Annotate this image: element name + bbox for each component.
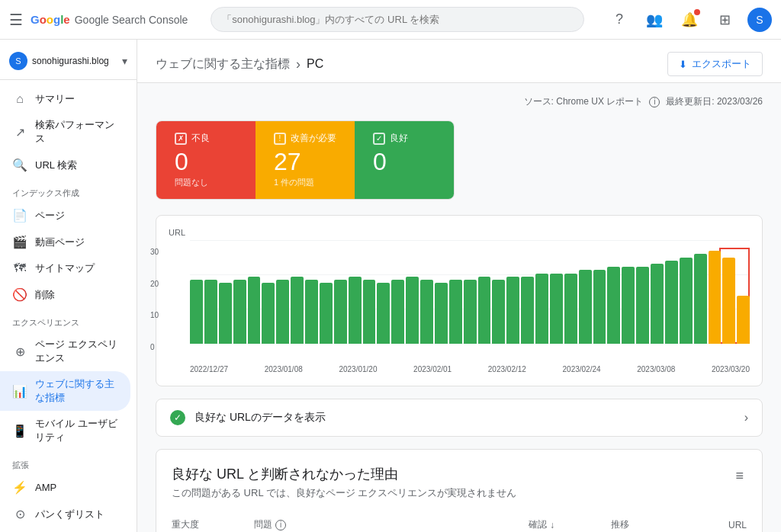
chart-bar-10[interactable] [334, 280, 347, 344]
chart-bar-11[interactable] [349, 277, 362, 344]
help-button[interactable]: ? [607, 8, 632, 32]
sidebar-item-removal[interactable]: 🚫 削除 [0, 281, 130, 308]
search-bar[interactable] [211, 7, 584, 32]
export-button[interactable]: ⬇ エクスポート [667, 52, 763, 76]
issue-info-icon[interactable]: i [275, 520, 286, 530]
chart-bar-18[interactable] [449, 280, 462, 344]
score-card-warn[interactable]: ! 改善が必要 27 1 件の問題 [256, 121, 355, 199]
sidebar-item-amp[interactable]: ⚡ AMP [0, 474, 130, 501]
chart-bar-37[interactable] [722, 258, 735, 344]
sidebar-item-breadcrumbs[interactable]: ⊙ パンくずリスト [0, 501, 130, 527]
score-card-good-header: ✓ 良好 [373, 132, 435, 145]
chart-bar-34[interactable] [680, 258, 693, 344]
sort-down-icon: ↓ [550, 520, 554, 530]
good-url-chevron-icon: › [744, 411, 748, 425]
chart-bar-23[interactable] [521, 277, 534, 344]
chart-bar-15[interactable] [406, 277, 419, 344]
sidebar-label-mobile-usability: モバイル ユーザビリティ [35, 417, 121, 444]
chart-bar-38[interactable] [737, 296, 750, 344]
chart-x-labels: 2022/12/27 2023/01/08 2023/01/20 2023/02… [190, 365, 750, 373]
sidebar-item-pages[interactable]: 📄 ページ [0, 202, 130, 229]
chart-bar-24[interactable] [535, 274, 548, 344]
source-info-icon[interactable]: i [649, 97, 660, 107]
sidebar-item-web-vitals[interactable]: 📊 ウェブに関する主な指標 [0, 371, 130, 411]
chart-bar-32[interactable] [651, 264, 664, 344]
score-cards: ✗ 不良 0 問題なし ! 改善が必要 27 1 件の問題 ✓ [156, 120, 455, 200]
chart-bar-35[interactable] [694, 254, 707, 344]
chart-bar-9[interactable] [320, 283, 333, 344]
search-input[interactable] [211, 7, 584, 32]
chart-bar-31[interactable] [636, 267, 649, 344]
chart-bar-20[interactable] [478, 277, 491, 344]
chart-bar-8[interactable] [305, 280, 318, 344]
notifications-button[interactable]: 🔔 [677, 8, 702, 32]
site-selector[interactable]: S sonohigurashi.blog ▾ [0, 46, 137, 80]
sidebar-item-summary[interactable]: ⌂ サマリー [0, 86, 130, 112]
sidebar-section-experience: エクスペリエンス [0, 308, 137, 332]
app-header: ☰ Google Google Search Console ? 👥 🔔 ⊞ S [0, 0, 781, 40]
col-header-confirm[interactable]: 確認 ↓ [529, 518, 605, 531]
chart-bar-16[interactable] [420, 280, 433, 344]
good-url-button[interactable]: ✓ 良好な URLのデータを表示 › [156, 399, 763, 437]
notification-badge [694, 9, 700, 15]
score-card-bad[interactable]: ✗ 不良 0 問題なし [156, 121, 256, 199]
chart-bar-7[interactable] [291, 277, 304, 344]
chart-bar-1[interactable] [204, 280, 217, 344]
sidebar-label-removal: 削除 [35, 288, 55, 302]
x-label-8: 2023/03/20 [712, 365, 750, 373]
sidebar-item-sitelinks-search[interactable]: ⊙ サイトリンク検索ボックス [0, 527, 130, 532]
vitals-icon: 📊 [12, 384, 27, 399]
sidebar-label-url-search: URL 検索 [35, 159, 77, 172]
sidebar-label-amp: AMP [35, 482, 56, 493]
chart-bar-36[interactable] [709, 251, 722, 344]
sidebar-item-mobile-usability[interactable]: 📱 モバイル ユーザビリティ [0, 411, 130, 450]
chart-bar-21[interactable] [492, 280, 505, 344]
chart-bar-4[interactable] [248, 277, 261, 344]
breadcrumb-parent[interactable]: ウェブに関する主な指標 [156, 56, 290, 72]
home-icon: ⌂ [12, 92, 27, 106]
sidebar-item-url-search[interactable]: 🔍 URL 検索 [0, 152, 130, 178]
breadcrumb: ウェブに関する主な指標 › PC [156, 56, 323, 72]
chart-bar-3[interactable] [233, 280, 246, 344]
score-card-good[interactable]: ✓ 良好 0 [355, 121, 454, 199]
sidebar-item-sitemap[interactable]: 🗺 サイトマップ [0, 255, 130, 281]
people-button[interactable]: 👥 [642, 8, 667, 32]
col-header-suggest: 推移 [611, 518, 702, 531]
menu-icon[interactable]: ☰ [9, 11, 23, 29]
chart-bar-26[interactable] [564, 274, 577, 344]
removal-icon: 🚫 [12, 287, 27, 302]
chart-bar-28[interactable] [593, 270, 606, 344]
chart-bar-2[interactable] [219, 283, 232, 344]
bad-card-title: 不良 [191, 132, 210, 145]
chart-bar-13[interactable] [377, 283, 390, 344]
sidebar-item-search-performance[interactable]: ↗ 検索パフォーマンス [0, 112, 130, 152]
chart-bar-5[interactable] [262, 283, 275, 344]
apps-grid-icon: ⊞ [719, 11, 731, 28]
chart-bar-22[interactable] [506, 277, 519, 344]
chart-bar-12[interactable] [363, 280, 376, 344]
avatar[interactable]: S [747, 8, 772, 32]
main-content-area: ウェブに関する主な指標 › PC ⬇ エクスポート ソース: Chrome UX… [137, 40, 781, 532]
chart-bar-25[interactable] [550, 274, 563, 344]
warn-card-subtitle: 1 件の問題 [274, 177, 336, 188]
chart-bar-19[interactable] [464, 280, 477, 344]
apps-button[interactable]: ⊞ [712, 8, 737, 32]
main-layout: S sonohigurashi.blog ▾ ⌂ サマリー ↗ 検索パフォーマン… [0, 40, 781, 532]
chart-bar-30[interactable] [622, 267, 635, 344]
filter-icon[interactable]: ≡ [732, 465, 747, 487]
chart-bar-33[interactable] [665, 261, 678, 344]
sidebar-label-web-vitals: ウェブに関する主な指標 [35, 377, 121, 405]
sidebar-item-page-experience[interactable]: ⊕ ページ エクスペリエンス [0, 332, 130, 371]
chart-bar-6[interactable] [276, 280, 289, 344]
help-icon: ? [615, 11, 623, 27]
x-label-6: 2023/02/24 [563, 365, 601, 373]
chart-bar-17[interactable] [435, 283, 448, 344]
search-icon: 🔍 [12, 158, 27, 172]
warn-card-title: 改善が必要 [291, 132, 336, 145]
video-icon: 🎬 [12, 235, 27, 249]
chart-bar-27[interactable] [579, 270, 592, 344]
chart-bar-29[interactable] [607, 267, 620, 344]
sidebar-item-video-pages[interactable]: 🎬 動画ページ [0, 229, 130, 255]
chart-bar-0[interactable] [190, 280, 203, 344]
chart-bar-14[interactable] [391, 280, 404, 344]
